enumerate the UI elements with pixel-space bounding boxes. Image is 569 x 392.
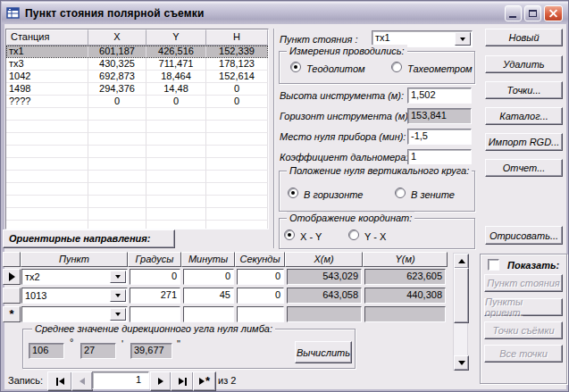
show-orient-points-button[interactable]: Пункты ориент. [484, 298, 563, 316]
row-selector-current[interactable] [3, 269, 21, 285]
record-number-input[interactable]: 1 [92, 371, 149, 389]
minutes-cell[interactable]: 0 [183, 269, 234, 285]
point-combobox[interactable]: 1013 [21, 288, 128, 304]
scroll-down-button[interactable] [454, 355, 469, 371]
last-record-button[interactable] [171, 371, 194, 391]
degrees-unit: ° [70, 337, 73, 347]
radio-tacheometer[interactable] [391, 62, 402, 72]
table-row[interactable]: 1498 294,376 14,48 0 [6, 83, 268, 96]
rangefinder-coef-input[interactable]: 1 [407, 149, 472, 165]
close-button[interactable] [544, 5, 563, 21]
delete-button[interactable]: Удалить [485, 55, 563, 73]
row-selector[interactable] [3, 288, 21, 304]
import-rgd-button[interactable]: Импорт RGD... [485, 133, 563, 151]
col-header-station[interactable]: Станция [6, 29, 88, 46]
table-row-empty[interactable] [6, 196, 268, 208]
table-row-empty[interactable] [6, 183, 268, 196]
first-record-button[interactable] [47, 371, 72, 391]
col-header-minutes[interactable]: Минуты [181, 252, 235, 267]
radio-theodolite-label[interactable]: Теодолитом [306, 63, 365, 74]
dropdown-button[interactable] [110, 308, 126, 321]
degrees-cell[interactable]: 271 [130, 288, 180, 304]
new-button[interactable]: Новый [485, 29, 563, 46]
table-row-empty[interactable] [6, 133, 268, 146]
arrow-up-icon [458, 259, 465, 263]
station-table[interactable]: Станция X Y H тх1 601,187 426,516 152,33… [5, 29, 269, 229]
report-button[interactable]: Отчет... [485, 159, 563, 177]
orient-directions-caption: Ориентирные направления: [3, 229, 175, 248]
seconds-cell[interactable]: 0 [237, 288, 284, 304]
degrees-cell[interactable] [130, 306, 180, 322]
radio-theodolite[interactable] [290, 62, 301, 72]
radio-tacheometer-label[interactable]: Тахеометром [407, 63, 473, 74]
show-survey-points-button[interactable]: Точки съёмки [484, 321, 563, 339]
table-row-empty[interactable] [6, 108, 268, 121]
draw-button[interactable]: Отрисовать... [485, 226, 563, 245]
degrees-cell[interactable]: 0 [130, 269, 180, 285]
chevron-down-icon [460, 38, 465, 44]
catalog-button[interactable]: Каталог... [485, 107, 563, 125]
table-row-selected[interactable]: тх1 601,187 426,516 152,339 [6, 46, 268, 58]
points-button[interactable]: Точки... [485, 81, 563, 99]
radio-xy-label[interactable]: X - Y [300, 231, 322, 242]
col-header-degrees[interactable]: Градусы [128, 252, 181, 267]
compute-button[interactable]: Вычислить [295, 341, 352, 363]
table-row-empty[interactable] [6, 208, 268, 221]
radio-zenith[interactable] [395, 188, 406, 198]
mean-angle-group-label: Среднее значение дирекционного угла нуля… [32, 322, 275, 335]
radio-horizon-label[interactable]: В горизонте [304, 189, 364, 200]
radio-yx-label[interactable]: Y - X [364, 231, 386, 242]
show-checkbox-label[interactable]: Показать: [507, 260, 559, 271]
x-cell: 543,029 [287, 269, 362, 285]
instrument-height-input[interactable]: 1,502 [407, 88, 472, 104]
col-header-xm[interactable]: X(м) [285, 252, 363, 267]
table-row-empty[interactable] [6, 158, 268, 171]
seconds-cell[interactable] [237, 306, 284, 322]
show-station-button[interactable]: Пункт стояния [484, 274, 563, 292]
scrollbar-thumb[interactable] [454, 268, 469, 323]
table-row-empty[interactable] [6, 221, 268, 229]
next-record-button[interactable] [150, 371, 172, 391]
grid-scrollbar[interactable] [453, 253, 468, 371]
point-combobox[interactable]: тх2 [21, 269, 128, 285]
dropdown-button[interactable] [110, 289, 126, 302]
station-point-label: Пункт стояния : [280, 34, 358, 45]
point-combobox[interactable] [21, 306, 128, 322]
radio-yx[interactable] [348, 229, 359, 240]
vertical-circle-group-label: Положение нуля вертикального круга: [287, 164, 472, 177]
show-all-points-button[interactable]: Все точки [484, 345, 563, 363]
minutes-cell[interactable] [183, 306, 234, 322]
show-checkbox[interactable] [488, 259, 499, 271]
radio-xy[interactable] [284, 229, 295, 240]
table-row[interactable]: ???? 0 0 0 [6, 96, 268, 108]
maximize-button[interactable] [524, 5, 541, 21]
minimize-button[interactable] [505, 5, 522, 21]
table-row-empty[interactable] [6, 146, 268, 158]
dropdown-button[interactable] [455, 32, 471, 46]
col-header-seconds[interactable]: Секунды [235, 252, 285, 267]
radio-zenith-label[interactable]: В зените [411, 189, 455, 200]
table-row-empty[interactable] [6, 121, 268, 133]
title-bar[interactable]: Пункт стояния полярной съемки [2, 2, 568, 24]
table-row-empty[interactable] [6, 171, 268, 183]
zero-place-input[interactable]: -1,5 [407, 129, 472, 145]
col-header-ym[interactable]: Y(м) [363, 252, 448, 267]
scroll-up-button[interactable] [454, 254, 469, 269]
col-header-point[interactable]: Пункт [21, 252, 128, 267]
table-row[interactable]: 1042 692,873 18,464 152,614 [6, 71, 268, 83]
seconds-cell[interactable]: 0 [237, 269, 284, 285]
col-header-y[interactable]: Y [146, 29, 206, 46]
table-row[interactable]: тх3 430,325 711,471 178,123 [6, 58, 268, 71]
previous-record-icon [79, 378, 85, 385]
new-record-button[interactable]: * [193, 371, 216, 391]
col-header-h[interactable]: H [206, 29, 268, 46]
row-selector-new[interactable]: * [3, 306, 21, 322]
vertical-divider [273, 29, 275, 248]
radio-horizon[interactable] [288, 188, 298, 198]
first-record-icon [56, 378, 58, 386]
minutes-cell[interactable]: 45 [183, 288, 234, 304]
previous-record-button[interactable] [71, 371, 93, 391]
y-cell [364, 306, 446, 322]
dropdown-button[interactable] [110, 271, 126, 283]
col-header-x[interactable]: X [88, 29, 146, 46]
